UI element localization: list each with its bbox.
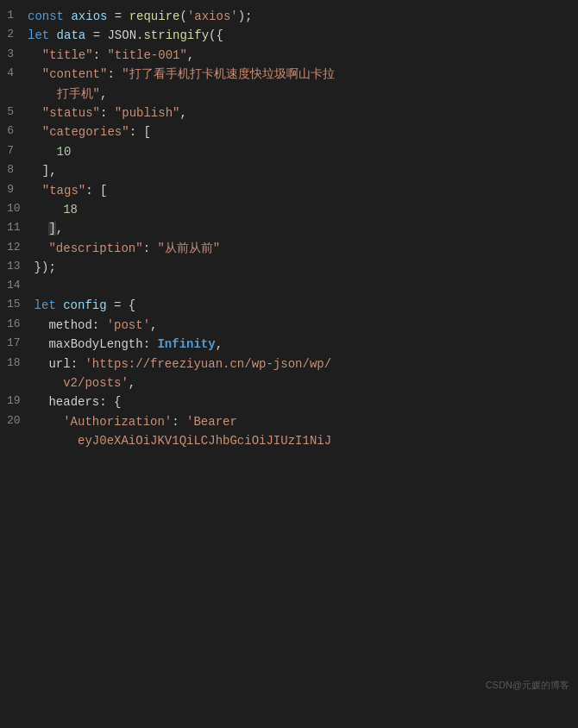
line-content: "tags": [: [28, 181, 578, 200]
code-token: Infinity: [157, 337, 215, 351]
code-line: 11 ],: [0, 219, 578, 238]
line-number: 1: [0, 7, 28, 25]
code-token: let: [35, 298, 64, 312]
code-token: "tags": [42, 184, 85, 198]
bracket-token: ]: [48, 222, 55, 235]
code-token: "打了看手机打卡机速度快垃圾啊山卡拉: [122, 67, 334, 81]
line-content: 18: [35, 200, 578, 219]
code-token: [28, 67, 42, 81]
line-number: 20: [0, 412, 35, 430]
line-number: 16: [0, 316, 35, 334]
code-line: 5 "status": "publish",: [0, 104, 578, 122]
line-number: 15: [0, 296, 35, 314]
code-token: axios: [71, 9, 114, 23]
line-number: 2: [0, 26, 28, 44]
code-editor: 1const axios = require('axios');2let dat…: [0, 0, 578, 728]
code-line: 17 maxBodyLength: Infinity,: [0, 335, 578, 354]
code-token: : [: [129, 125, 151, 139]
code-token: maxBodyLength:: [35, 337, 158, 351]
code-token: =: [115, 9, 129, 23]
line-number: 18: [0, 355, 35, 373]
code-token: :: [143, 242, 158, 255]
code-token: 18: [63, 203, 78, 217]
line-content: const axios = require('axios');: [28, 7, 578, 26]
line-content: headers: {: [35, 392, 578, 411]
code-line: 18 url: 'https://freeziyuan.cn/wp-json/w…: [0, 355, 578, 393]
line-number: 14: [0, 277, 35, 295]
code-token: );: [238, 9, 253, 23]
line-content: url: 'https://freeziyuan.cn/wp-json/wp/ …: [35, 355, 578, 393]
code-line: 15let config = {: [0, 296, 578, 315]
code-token: ,: [56, 222, 63, 235]
code-line: 13});: [0, 258, 578, 277]
line-number: 7: [0, 142, 28, 160]
code-token: 10: [57, 145, 72, 159]
line-content: "categories": [: [28, 122, 578, 141]
code-line: 1const axios = require('axios');: [0, 7, 578, 26]
code-token: "title-001": [107, 48, 186, 62]
code-token: [28, 106, 42, 120]
code-line: 19 headers: {: [0, 392, 578, 411]
code-token: v2/posts': [63, 376, 129, 390]
code-token: data: [57, 28, 93, 42]
watermark: CSDN@元媛的博客: [486, 678, 569, 693]
code-token: require: [129, 9, 180, 23]
line-content: });: [35, 258, 578, 277]
line-number: 4: [0, 65, 28, 83]
line-content: let data = JSON.stringify({: [28, 26, 578, 45]
code-token: {: [129, 298, 135, 312]
code-token: :: [107, 67, 122, 81]
line-number: 5: [0, 104, 28, 122]
code-token: [28, 87, 57, 101]
code-token: : [: [85, 184, 107, 198]
line-number: 19: [0, 392, 35, 411]
line-number: 8: [0, 161, 28, 179]
line-content: "description": "从前从前": [35, 239, 578, 258]
code-token: [28, 48, 42, 62]
line-number: 6: [0, 122, 28, 141]
code-token: "categories": [42, 125, 129, 139]
line-number: 9: [0, 181, 28, 199]
code-token: ({: [209, 28, 223, 42]
code-token: const: [28, 9, 71, 23]
code-token: let: [28, 28, 57, 42]
code-line: 14: [0, 277, 578, 296]
line-number: 17: [0, 335, 35, 353]
code-token: 'post': [107, 318, 150, 332]
code-token: "content": [42, 67, 108, 81]
code-line: 12 "description": "从前从前": [0, 239, 578, 258]
code-token: [35, 434, 78, 448]
code-token: "status": [42, 106, 100, 120]
code-token: JSON.: [107, 28, 143, 42]
line-content: "title": "title-001",: [28, 46, 578, 65]
code-token: [35, 242, 49, 255]
code-token: [35, 222, 49, 235]
line-number: 10: [0, 200, 35, 218]
line-number: 12: [0, 239, 35, 257]
code-token: :: [100, 106, 115, 120]
code-token: :: [172, 415, 186, 429]
code-token: 'axios': [187, 9, 238, 23]
line-content: let config = {: [35, 296, 578, 315]
code-line: 4 "content": "打了看手机打卡机速度快垃圾啊山卡拉 打手机",: [0, 65, 578, 104]
code-token: [35, 415, 64, 429]
code-token: 打手机": [57, 87, 100, 101]
code-token: =: [114, 298, 129, 312]
code-line: 3 "title": "title-001",: [0, 46, 578, 65]
code-line: 10 18: [0, 200, 578, 219]
code-token: ,: [187, 48, 194, 62]
code-token: "publish": [115, 106, 180, 120]
code-token: ,: [100, 87, 107, 101]
code-token: 'Authorization': [63, 415, 172, 429]
line-number: 3: [0, 46, 28, 64]
code-token: ,: [216, 337, 223, 351]
code-token: config: [63, 298, 114, 312]
line-content: "content": "打了看手机打卡机速度快垃圾啊山卡拉 打手机",: [28, 65, 578, 104]
line-number: 11: [0, 219, 35, 237]
code-line: 7 10: [0, 142, 578, 161]
code-token: 'https://freeziyuan.cn/wp-json/wp/: [85, 357, 331, 371]
code-line: 2let data = JSON.stringify({: [0, 26, 578, 45]
code-line: 9 "tags": [: [0, 181, 578, 200]
code-token: stringify: [143, 28, 209, 42]
line-content: "status": "publish",: [28, 104, 578, 122]
